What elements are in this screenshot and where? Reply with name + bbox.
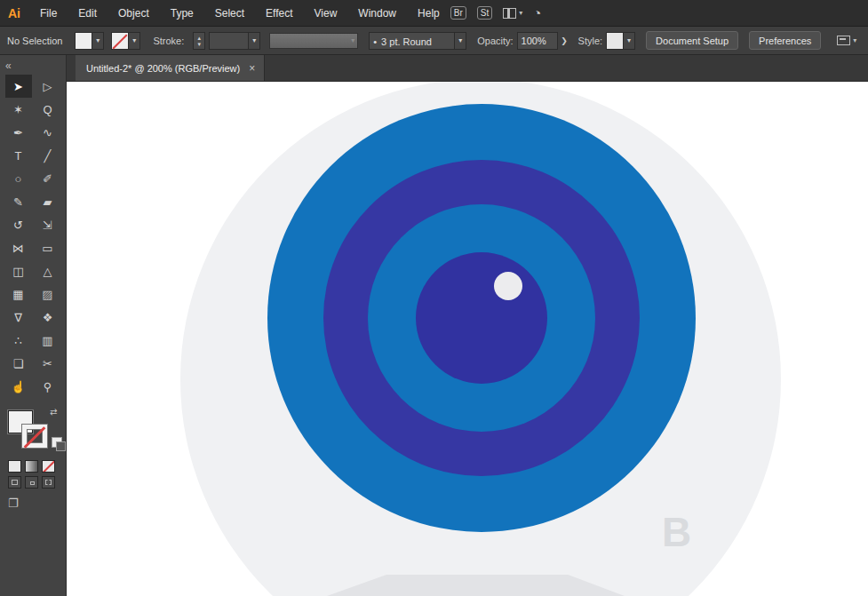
chevron-down-icon: ▾ <box>351 36 357 44</box>
mesh-tool[interactable]: ▦ <box>5 282 32 306</box>
artboard-tool[interactable]: ❏ <box>5 352 32 375</box>
menu-type[interactable]: Type <box>160 0 204 27</box>
pen-tool[interactable]: ✒ <box>5 121 32 144</box>
menu-view[interactable]: View <box>304 0 348 27</box>
menu-window[interactable]: Window <box>347 0 407 27</box>
eyedropper-tool[interactable]: ∇ <box>5 306 32 329</box>
stock-icon[interactable]: St <box>477 6 492 20</box>
pencil-tool[interactable]: ✎ <box>5 190 32 213</box>
stroke-color-swatch <box>112 33 128 49</box>
gradient-tool[interactable]: ▨ <box>35 282 61 306</box>
menubar-right-icons: Br St ▾ ◔ <box>450 5 868 20</box>
column-graph-tool[interactable]: ▥ <box>35 329 61 352</box>
style-label[interactable]: Style: <box>578 36 603 46</box>
close-icon[interactable]: × <box>249 62 255 75</box>
brush-name: 3 pt. Round <box>381 36 432 47</box>
stepper-down-icon[interactable]: ▾ <box>197 41 201 47</box>
opacity-panel-arrow-icon[interactable]: ❯ <box>558 32 571 50</box>
hand-tool[interactable]: ☝ <box>5 375 32 398</box>
stroke-swatch[interactable] <box>22 425 47 448</box>
shape-builder-tool[interactable]: ◫ <box>5 259 32 282</box>
tools-panel: « ➤▷✶Q✒∿T╱○✐✎▰↺⇲⋈▭◫△▦▨∇❖∴▥❏✂☝⚲ ⇄ ❐ <box>0 55 67 596</box>
sync-status-icon[interactable]: ◔ <box>533 5 541 20</box>
scale-tool[interactable]: ⇲ <box>35 213 61 236</box>
draw-behind-button[interactable] <box>25 476 38 489</box>
menu-object[interactable]: Object <box>108 0 160 27</box>
graphic-style-select[interactable]: ▾ <box>606 32 635 50</box>
color-type-buttons <box>0 457 66 473</box>
menu-bar: Ai FileEditObjectTypeSelectEffectViewWin… <box>0 0 868 27</box>
docking-icon <box>837 36 850 45</box>
menu-edit[interactable]: Edit <box>68 0 108 27</box>
menu-file[interactable]: File <box>29 0 68 27</box>
control-bar: No Selection ▾ ▾ Stroke: ▴ ▾ ▾ ▾ • 3 pt.… <box>0 27 868 55</box>
drawing-mode-buttons <box>0 473 66 489</box>
document-tab[interactable]: Untitled-2* @ 200% (RGB/Preview) × <box>76 55 265 81</box>
stroke-color-picker[interactable]: ▾ <box>111 32 140 50</box>
free-transform-tool[interactable]: ▭ <box>35 236 61 259</box>
stepper-up-icon[interactable]: ▴ <box>197 35 201 41</box>
line-segment-tool[interactable]: ╱ <box>35 144 61 167</box>
selection-status: No Selection <box>7 36 62 46</box>
chevron-down-icon: ▾ <box>623 33 634 49</box>
gradient-button[interactable] <box>25 460 38 473</box>
menu-select[interactable]: Select <box>204 0 255 27</box>
document-tab-bar: Untitled-2* @ 200% (RGB/Preview) × <box>67 55 868 82</box>
chevron-down-icon: ▾ <box>853 36 856 44</box>
symbol-sprayer-tool[interactable]: ∴ <box>5 329 32 352</box>
style-swatch <box>607 33 623 49</box>
menu-list: FileEditObjectTypeSelectEffectViewWindow… <box>29 0 450 26</box>
chevron-down-icon: ▾ <box>519 9 522 17</box>
width-profile-select: ▾ <box>269 33 358 49</box>
panel-docking-control[interactable]: ▾ <box>837 36 856 45</box>
curvature-tool[interactable]: ∿ <box>35 121 61 144</box>
brush-definition-select[interactable]: • 3 pt. Round ▾ <box>369 32 466 50</box>
menu-help[interactable]: Help <box>407 0 450 27</box>
stroke-label[interactable]: Stroke: <box>153 36 184 46</box>
screen-mode-button[interactable]: ❐ <box>8 497 19 510</box>
preferences-button[interactable]: Preferences <box>749 31 821 50</box>
stroke-weight-select[interactable]: ▾ <box>209 32 260 50</box>
collapse-panel-icon[interactable]: « <box>0 55 66 75</box>
lasso-tool[interactable]: Q <box>35 98 61 121</box>
ellipse-tool[interactable]: ○ <box>5 167 32 190</box>
default-fill-stroke-icon[interactable] <box>52 437 62 448</box>
lens-highlight-dot[interactable] <box>494 272 522 300</box>
draw-inside-button[interactable] <box>42 476 55 489</box>
stroke-weight-value <box>210 33 248 51</box>
fill-color-picker[interactable]: ▾ <box>75 32 104 50</box>
width-tool[interactable]: ⋈ <box>5 236 32 259</box>
document-tab-title: Untitled-2* @ 200% (RGB/Preview) <box>86 63 240 74</box>
zoom-tool[interactable]: ⚲ <box>35 375 61 398</box>
type-tool[interactable]: T <box>5 144 32 167</box>
opacity-input[interactable]: 100% <box>517 32 558 50</box>
none-button[interactable] <box>42 460 55 473</box>
document-setup-button[interactable]: Document Setup <box>646 31 738 50</box>
blend-tool[interactable]: ❖ <box>35 306 61 329</box>
paintbrush-tool[interactable]: ✐ <box>35 167 61 190</box>
perspective-grid-tool[interactable]: △ <box>35 259 61 282</box>
opacity-label[interactable]: Opacity: <box>477 36 513 46</box>
direct-selection-tool[interactable]: ▷ <box>35 75 61 98</box>
draw-normal-button[interactable] <box>8 476 21 489</box>
color-button[interactable] <box>8 460 21 473</box>
chevron-down-icon: ▾ <box>248 33 259 49</box>
slice-tool[interactable]: ✂ <box>35 352 61 375</box>
swap-fill-stroke-icon[interactable]: ⇄ <box>50 407 57 417</box>
chevron-down-icon: ▾ <box>92 33 103 49</box>
fill-stroke-indicator: ⇄ <box>7 405 60 457</box>
lens-core-circle[interactable] <box>416 252 547 384</box>
selection-tool[interactable]: ➤ <box>5 75 32 98</box>
artboard-canvas[interactable]: B <box>67 82 868 596</box>
eraser-tool[interactable]: ▰ <box>35 190 61 213</box>
chevron-down-icon: ▾ <box>128 33 139 49</box>
illustrator-logo[interactable]: Ai <box>0 6 29 20</box>
workspace-switcher[interactable]: ▾ <box>503 8 522 19</box>
magic-wand-tool[interactable]: ✶ <box>5 98 32 121</box>
menu-effect[interactable]: Effect <box>255 0 303 27</box>
brush-dot-icon: • <box>373 36 377 47</box>
bridge-icon[interactable]: Br <box>450 6 466 20</box>
rotate-tool[interactable]: ↺ <box>5 213 32 236</box>
stroke-weight-stepper[interactable]: ▴ ▾ <box>193 32 205 50</box>
watermark-text: B <box>662 512 691 552</box>
